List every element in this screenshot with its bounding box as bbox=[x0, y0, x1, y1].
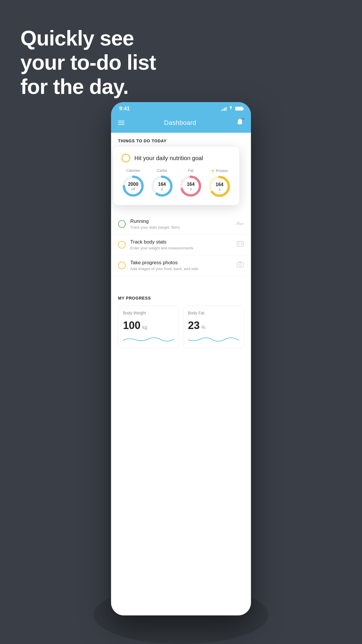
body-stats-info: Track body stats Enter your weight and m… bbox=[130, 239, 232, 250]
progress-photos-info: Take progress photos Add images of your … bbox=[130, 260, 232, 271]
body-weight-value: 100 bbox=[123, 319, 140, 332]
progress-photos-circle bbox=[118, 262, 126, 269]
running-shoe-icon bbox=[236, 220, 244, 228]
body-stats-name: Track body stats bbox=[130, 239, 232, 245]
notification-bell-button[interactable] bbox=[236, 118, 244, 127]
svg-rect-12 bbox=[237, 262, 243, 267]
running-name: Running bbox=[130, 218, 231, 224]
body-weight-card[interactable]: Body Weight 100 kg bbox=[118, 306, 179, 348]
body-fat-card-title: Body Fat bbox=[188, 311, 239, 315]
svg-point-13 bbox=[239, 264, 241, 266]
body-weight-unit: kg bbox=[142, 325, 147, 330]
protein-donut: 164 g bbox=[208, 175, 231, 198]
nutrition-card-title: Hit your daily nutrition goal bbox=[134, 155, 203, 162]
body-weight-card-title: Body Weight bbox=[123, 311, 174, 315]
carbs-value: 164 bbox=[158, 182, 166, 187]
body-stats-sub: Enter your weight and measurements bbox=[130, 246, 232, 250]
status-bar: 9:41 bbox=[111, 102, 251, 114]
body-fat-unit: % bbox=[201, 325, 205, 330]
body-stats-circle bbox=[118, 241, 126, 249]
body-fat-chart bbox=[188, 335, 239, 343]
app-content: THINGS TO DO TODAY Hit your daily nutrit… bbox=[111, 133, 251, 615]
scale-icon bbox=[236, 240, 244, 249]
calories-item: Calories 2000 cal bbox=[122, 168, 145, 198]
things-to-do-header: THINGS TO DO TODAY bbox=[111, 133, 251, 147]
protein-unit: g bbox=[216, 187, 224, 191]
protein-star-icon: ★ bbox=[211, 168, 215, 173]
fat-unit: g bbox=[187, 187, 195, 190]
fat-value: 164 bbox=[187, 182, 195, 187]
progress-section-title: MY PROGRESS bbox=[118, 296, 244, 300]
running-info: Running Track your stats (target: 5km) bbox=[130, 218, 231, 230]
calories-unit: cal bbox=[128, 187, 138, 190]
photo-icon bbox=[236, 261, 244, 270]
task-list: Running Track your stats (target: 5km) bbox=[111, 214, 251, 276]
carbs-unit: g bbox=[158, 187, 166, 190]
fat-label: Fat bbox=[188, 168, 194, 173]
body-fat-value-row: 23 % bbox=[188, 319, 239, 332]
body-weight-value-row: 100 kg bbox=[123, 319, 174, 332]
carbs-item: Carbs 164 g bbox=[150, 168, 174, 198]
fat-donut: 164 g bbox=[179, 174, 202, 198]
notification-dot bbox=[242, 118, 245, 120]
carbs-donut: 164 g bbox=[150, 174, 174, 198]
running-circle bbox=[118, 220, 126, 228]
todo-circle-nutrition bbox=[122, 154, 130, 162]
progress-photos-sub: Add images of your front, back, and side bbox=[130, 267, 232, 271]
status-time: 9:41 bbox=[119, 106, 130, 112]
battery-icon bbox=[235, 107, 243, 111]
hero-line3: for the day. bbox=[20, 75, 156, 99]
phone-container: 9:41 bbox=[111, 102, 251, 615]
task-item-running[interactable]: Running Track your stats (target: 5km) bbox=[111, 214, 251, 235]
calories-label: Calories bbox=[126, 168, 140, 173]
protein-item: ★ Protein 164 g bbox=[208, 168, 231, 198]
card-title-row: Hit your daily nutrition goal bbox=[122, 154, 231, 162]
phone-frame: 9:41 bbox=[111, 102, 251, 615]
protein-label: ★ Protein bbox=[211, 168, 228, 173]
nutrition-goal-card[interactable]: Hit your daily nutrition goal Calories bbox=[113, 147, 239, 205]
hero-line1: Quickly see bbox=[20, 26, 156, 50]
hamburger-menu-icon[interactable] bbox=[118, 121, 124, 125]
progress-section: MY PROGRESS Body Weight 100 kg bbox=[111, 288, 251, 354]
signal-bars-icon bbox=[221, 107, 226, 111]
calories-value: 2000 bbox=[128, 182, 138, 187]
progress-grid: Body Weight 100 kg Body Fat bbox=[118, 306, 244, 348]
calories-donut: 2000 cal bbox=[122, 174, 145, 198]
header-title: Dashboard bbox=[164, 119, 196, 127]
hero-line2: your to-do list bbox=[20, 50, 156, 75]
status-icons bbox=[221, 106, 243, 111]
task-item-progress-photos[interactable]: Take progress photos Add images of your … bbox=[111, 255, 251, 276]
body-fat-value: 23 bbox=[188, 319, 200, 332]
app-header: Dashboard bbox=[111, 114, 251, 133]
task-item-body-stats[interactable]: Track body stats Enter your weight and m… bbox=[111, 235, 251, 255]
wifi-icon bbox=[228, 106, 233, 111]
hero-text: Quickly see your to-do list for the day. bbox=[20, 26, 156, 99]
body-weight-chart bbox=[123, 335, 174, 343]
running-sub: Track your stats (target: 5km) bbox=[130, 225, 231, 230]
progress-photos-name: Take progress photos bbox=[130, 260, 232, 266]
fat-item: Fat 164 g bbox=[179, 168, 202, 198]
carbs-label: Carbs bbox=[157, 168, 167, 173]
protein-value: 164 bbox=[216, 182, 224, 187]
body-fat-card[interactable]: Body Fat 23 % bbox=[183, 306, 244, 348]
nutrition-grid: Calories 2000 cal bbox=[122, 168, 231, 198]
